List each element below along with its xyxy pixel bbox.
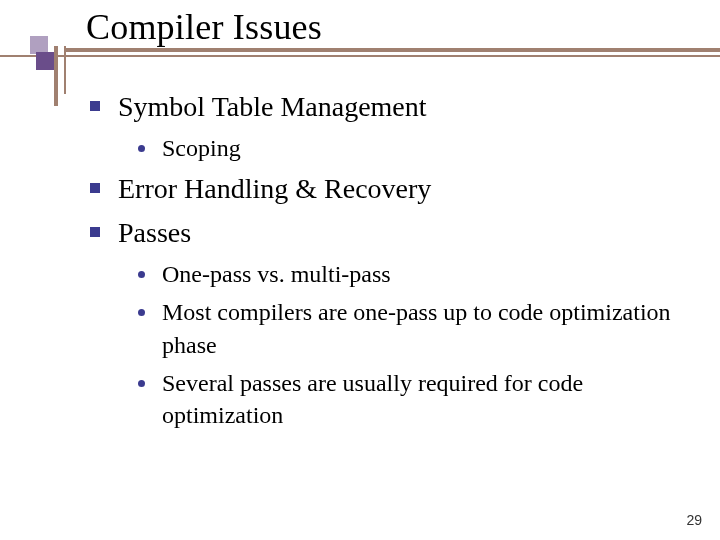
list-item: Several passes are usually required for … <box>118 367 680 432</box>
deco-bar <box>64 48 720 52</box>
bullet-list: Symbol Table Management Scoping Error Ha… <box>70 88 680 432</box>
deco-square <box>36 52 54 70</box>
list-item-label: Several passes are usually required for … <box>162 370 583 428</box>
list-item: Symbol Table Management Scoping <box>70 88 680 164</box>
page-number: 29 <box>686 512 702 528</box>
list-item: Passes One-pass vs. multi-pass Most comp… <box>70 214 680 432</box>
list-item-label: One-pass vs. multi-pass <box>162 261 391 287</box>
slide-title: Compiler Issues <box>86 6 322 48</box>
bullet-sublist: Scoping <box>118 132 680 164</box>
deco-bar <box>54 46 58 106</box>
corner-decoration <box>0 46 720 60</box>
deco-bar <box>64 46 66 94</box>
slide: Compiler Issues Symbol Table Management … <box>0 0 720 540</box>
list-item-label: Most compilers are one-pass up to code o… <box>162 299 671 357</box>
list-item-label: Symbol Table Management <box>118 91 427 122</box>
list-item: Most compilers are one-pass up to code o… <box>118 296 680 361</box>
bullet-sublist: One-pass vs. multi-pass Most compilers a… <box>118 258 680 432</box>
list-item: One-pass vs. multi-pass <box>118 258 680 290</box>
deco-bar <box>0 55 720 57</box>
list-item-label: Passes <box>118 217 191 248</box>
list-item-label: Error Handling & Recovery <box>118 173 431 204</box>
slide-body: Symbol Table Management Scoping Error Ha… <box>70 88 680 500</box>
list-item: Scoping <box>118 132 680 164</box>
list-item: Error Handling & Recovery <box>70 170 680 208</box>
list-item-label: Scoping <box>162 135 241 161</box>
